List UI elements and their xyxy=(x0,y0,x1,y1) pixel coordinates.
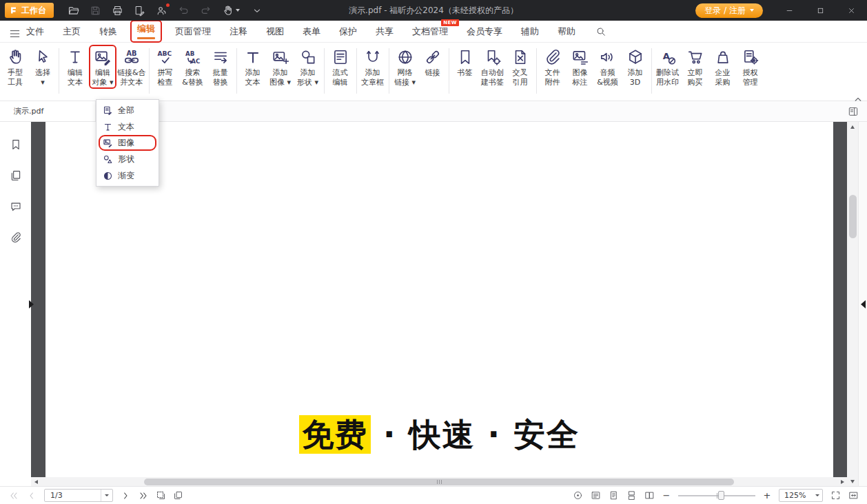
vertical-scrollbar[interactable] xyxy=(847,122,858,486)
tab-convert[interactable]: 转换 xyxy=(99,25,117,38)
vertical-scroll-thumb[interactable] xyxy=(849,195,857,238)
tab-document-management[interactable]: 文档管理 NEW xyxy=(412,25,448,38)
undo-icon[interactable] xyxy=(178,5,190,17)
dropdown-item-all[interactable]: 全部 xyxy=(96,102,159,118)
ribbon-link-button[interactable]: 链接 xyxy=(419,45,447,79)
attachments-panel-icon[interactable] xyxy=(10,231,22,244)
minimize-button[interactable] xyxy=(774,0,805,21)
tab-edit[interactable]: 编辑 xyxy=(137,23,155,35)
tab-form[interactable]: 表单 xyxy=(303,25,320,38)
comments-panel-icon[interactable] xyxy=(10,200,22,213)
ribbon-spell-check-button[interactable]: ABC 拼写 检查 xyxy=(152,45,179,89)
zoom-slider[interactable] xyxy=(678,490,755,501)
scroll-right-arrow-icon[interactable] xyxy=(837,477,847,486)
scroll-left-arrow-icon[interactable] xyxy=(31,477,41,486)
sidebar-expand-handle[interactable] xyxy=(29,300,34,308)
document-tab[interactable]: 演示.pdf xyxy=(0,101,96,121)
quick-access-chevron-icon[interactable] xyxy=(250,5,264,17)
tab-assist[interactable]: 辅助 xyxy=(521,25,539,38)
ribbon-license-manage-button[interactable]: 授权 管理 xyxy=(737,45,764,89)
ribbon-link-merge-text-button[interactable]: AB 链接&合 并文本 xyxy=(116,45,147,89)
tab-member-exclusive[interactable]: 会员专享 xyxy=(467,25,502,38)
sign-document-icon[interactable] xyxy=(134,5,145,17)
hand-mode-selector[interactable] xyxy=(222,5,240,17)
redo-icon[interactable] xyxy=(200,5,212,17)
horizontal-scrollbar[interactable] xyxy=(31,477,847,486)
pages-panel-icon[interactable] xyxy=(10,169,22,182)
scroll-up-arrow-icon[interactable] xyxy=(847,122,858,132)
last-page-button[interactable] xyxy=(138,490,149,501)
continuous-page-icon[interactable] xyxy=(626,490,637,501)
ribbon-audio-video-button[interactable]: 音频 &视频 xyxy=(594,45,622,89)
tab-share[interactable]: 共享 xyxy=(376,25,394,38)
dropdown-item-image[interactable]: 图像 xyxy=(99,135,156,151)
ribbon-remove-watermark-button[interactable]: A 删除试 用水印 xyxy=(654,45,682,89)
ribbon-add-image-button[interactable]: 添加 图像 ▾ xyxy=(267,45,294,89)
ribbon-add-3d-button[interactable]: 添加 3D xyxy=(622,45,649,89)
tab-protect[interactable]: 保护 xyxy=(339,25,357,38)
open-file-icon[interactable] xyxy=(68,5,79,17)
view-options-icon[interactable] xyxy=(573,490,583,501)
ribbon-add-shape-button[interactable]: 添加 形状 ▾ xyxy=(294,45,322,89)
fit-width-button[interactable] xyxy=(848,490,859,501)
reading-mode-icon[interactable] xyxy=(591,490,601,501)
copy-page-icon[interactable] xyxy=(173,490,183,501)
ribbon-bookmark-button[interactable]: 书签 xyxy=(451,45,479,79)
ribbon-cross-reference-button[interactable]: 交叉 引用 xyxy=(507,45,534,89)
ribbon-enterprise-purchase-button[interactable]: 企业 采购 xyxy=(709,45,737,89)
ribbon-select-button[interactable]: 选择 ▾ xyxy=(29,45,57,89)
ribbon-batch-replace-button[interactable]: 批量 替换 xyxy=(207,45,234,89)
tab-home[interactable]: 主页 xyxy=(63,25,81,38)
dropdown-item-gradient[interactable]: 渐变 xyxy=(96,167,159,184)
bookmarks-panel-icon[interactable] xyxy=(10,138,22,151)
ribbon-image-annotation-button[interactable]: 图像 标注 xyxy=(567,45,594,89)
menu-file[interactable]: 文件 xyxy=(26,25,44,38)
ribbon-flow-edit-button[interactable]: 流式 编辑 xyxy=(327,45,354,89)
ribbon-auto-bookmark-button[interactable]: 自动创 建书签 xyxy=(479,45,507,89)
save-icon[interactable] xyxy=(90,5,101,17)
horizontal-scroll-thumb[interactable] xyxy=(144,479,733,485)
dropdown-item-shape[interactable]: 形状 xyxy=(96,151,159,167)
panel-toggle-icon[interactable] xyxy=(848,106,859,117)
ribbon-buy-now-button[interactable]: 立即 购买 xyxy=(682,45,709,89)
first-page-button[interactable] xyxy=(8,490,19,501)
ribbon-hand-tool-button[interactable]: 手型 工具 xyxy=(1,45,29,89)
ribbon-add-text-button[interactable]: 添加 文本 xyxy=(239,45,267,89)
ribbon-edit-object-button[interactable]: 编辑 对象 ▾ xyxy=(89,45,116,89)
ribbon-file-attachment-button[interactable]: 文件 附件 xyxy=(539,45,567,89)
dropdown-item-text[interactable]: 文本 xyxy=(96,118,159,135)
pdf-page[interactable]: 免费 · 快速 · 安全 xyxy=(45,122,833,477)
close-button[interactable] xyxy=(836,0,867,21)
page-number-select[interactable]: 1/3 xyxy=(44,489,113,502)
tab-help[interactable]: 帮助 xyxy=(558,25,575,38)
print-icon[interactable] xyxy=(112,5,123,17)
zoom-level-select[interactable]: 125% xyxy=(779,489,823,502)
ribbon-edit-text-button[interactable]: 编辑 文本 xyxy=(61,45,89,89)
previous-page-button[interactable] xyxy=(26,490,37,501)
login-register-button[interactable]: 登录 / 注册 xyxy=(695,3,763,18)
tab-view[interactable]: 视图 xyxy=(266,25,284,38)
tab-page-management[interactable]: 页面管理 xyxy=(175,25,211,38)
snapshot-icon[interactable] xyxy=(156,490,166,501)
zoom-slider-thumb[interactable] xyxy=(718,491,724,500)
zoom-out-button[interactable]: − xyxy=(662,491,671,500)
single-page-icon[interactable] xyxy=(609,490,619,501)
tab-comment[interactable]: 注释 xyxy=(229,25,247,38)
ribbon-add-article-box-button[interactable]: 添加 文章框 xyxy=(359,45,387,89)
share-collab-icon[interactable] xyxy=(156,5,167,17)
scroll-down-arrow-icon[interactable] xyxy=(847,476,858,486)
next-page-button[interactable] xyxy=(120,490,131,501)
ribbon-web-link-button[interactable]: 网络 链接 ▾ xyxy=(391,45,419,89)
workspace-button[interactable]: 工作台 xyxy=(5,3,54,18)
right-panel-expand-handle[interactable] xyxy=(861,300,866,308)
ribbon-collapse-icon[interactable] xyxy=(854,92,862,97)
zoom-in-button[interactable]: + xyxy=(763,491,771,500)
maximize-button[interactable] xyxy=(805,0,836,21)
annotation-box-edit-tab: 编辑 xyxy=(130,20,162,43)
fullscreen-button[interactable] xyxy=(830,490,841,501)
ribbon-search-replace-button[interactable]: ABAC 搜索 &替换 xyxy=(179,45,207,89)
horizontal-scroll-track[interactable] xyxy=(41,477,837,486)
search-icon[interactable] xyxy=(595,26,606,37)
facing-pages-icon[interactable] xyxy=(644,490,655,501)
hamburger-menu-icon[interactable] xyxy=(10,28,20,36)
